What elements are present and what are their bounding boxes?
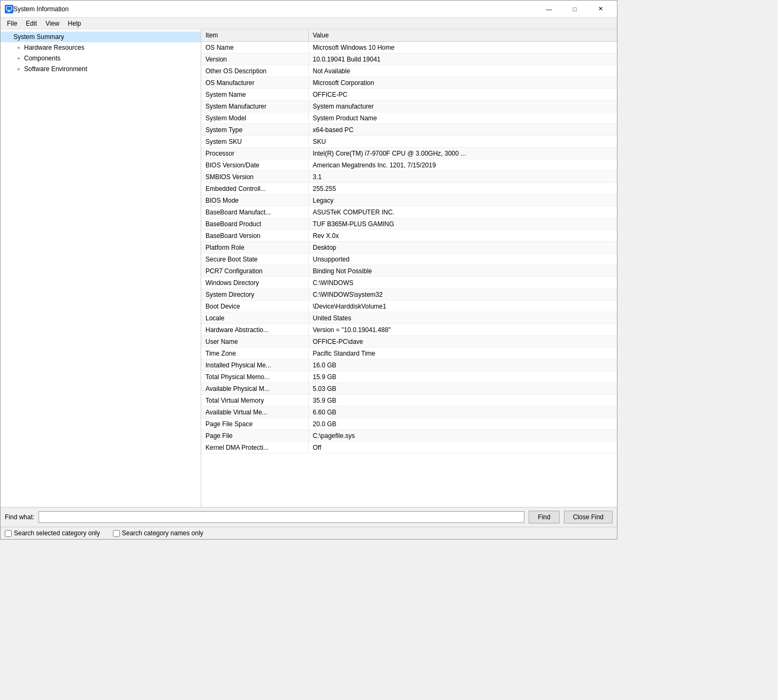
table-row[interactable]: Platform RoleDesktop — [201, 242, 617, 253]
table-row[interactable]: LocaleUnited States — [201, 312, 617, 324]
table-row[interactable]: System Typex64-based PC — [201, 124, 617, 136]
table-row[interactable]: System NameOFFICE-PC — [201, 89, 617, 101]
menu-help[interactable]: Help — [64, 19, 86, 28]
table-cell-value: Desktop — [308, 242, 617, 253]
table-row[interactable]: Page FileC:\pagefile.sys — [201, 430, 617, 442]
table-row[interactable]: User NameOFFICE-PC\dave — [201, 336, 617, 348]
main-content: System Summary + Hardware Resources + Co… — [1, 29, 617, 507]
maximize-button[interactable]: □ — [562, 2, 587, 17]
table-cell-value: Binding Not Possible — [308, 265, 617, 277]
table-cell-item: OS Name — [201, 42, 308, 53]
search-bar: Find what: Find Close Find — [1, 507, 617, 527]
table-row[interactable]: Windows DirectoryC:\WINDOWS — [201, 277, 617, 289]
table-row[interactable]: ProcessorIntel(R) Core(TM) i7-9700F CPU … — [201, 148, 617, 159]
search-names-checkbox[interactable] — [113, 530, 120, 537]
sidebar-label-components: Components — [24, 55, 60, 62]
close-button[interactable]: ✕ — [588, 2, 613, 17]
table-cell-item: Hardware Abstractio... — [201, 324, 308, 336]
table-row[interactable]: System SKUSKU — [201, 136, 617, 148]
window-title: System Information — [13, 5, 537, 13]
table-row[interactable]: OS NameMicrosoft Windows 10 Home — [201, 42, 617, 53]
table-cell-value: 35.9 GB — [308, 395, 617, 406]
table-row[interactable]: Secure Boot StateUnsupported — [201, 253, 617, 265]
table-cell-item: BaseBoard Manufact... — [201, 206, 308, 218]
table-row[interactable]: BIOS ModeLegacy — [201, 195, 617, 206]
table-cell-item: Secure Boot State — [201, 253, 308, 265]
table-row[interactable]: BaseBoard ProductTUF B365M-PLUS GAMING — [201, 218, 617, 230]
sidebar: System Summary + Hardware Resources + Co… — [1, 29, 201, 507]
menu-edit[interactable]: Edit — [21, 19, 41, 28]
table-cell-item: System SKU — [201, 136, 308, 148]
table-cell-value: Not Available — [308, 65, 617, 77]
table-cell-item: Boot Device — [201, 301, 308, 312]
table-cell-value: C:\WINDOWS — [308, 277, 617, 289]
table-cell-value: OFFICE-PC\dave — [308, 336, 617, 348]
menu-bar: File Edit View Help — [1, 18, 617, 29]
table-row[interactable]: Available Virtual Me...6.60 GB — [201, 406, 617, 418]
table-cell-item: Available Virtual Me... — [201, 406, 308, 418]
table-row[interactable]: Other OS DescriptionNot Available — [201, 65, 617, 77]
search-selected-checkbox[interactable] — [5, 530, 12, 537]
table-row[interactable]: Time ZonePacific Standard Time — [201, 348, 617, 359]
table-row[interactable]: SMBIOS Version3.1 — [201, 171, 617, 183]
table-cell-item: Processor — [201, 148, 308, 159]
table-cell-value: 3.1 — [308, 171, 617, 183]
minimize-button[interactable]: — — [537, 2, 561, 17]
table-cell-item: Total Physical Memo... — [201, 371, 308, 383]
data-table[interactable]: Item Value OS NameMicrosoft Windows 10 H… — [201, 29, 617, 507]
search-names-text: Search category names only — [122, 529, 203, 537]
table-row[interactable]: Boot Device\Device\HarddiskVolume1 — [201, 301, 617, 312]
table-cell-value: 16.0 GB — [308, 359, 617, 371]
table-row[interactable]: System ManufacturerSystem manufacturer — [201, 101, 617, 112]
table-row[interactable]: BIOS Version/DateAmerican Megatrends Inc… — [201, 159, 617, 171]
table-cell-item: System Directory — [201, 289, 308, 301]
sidebar-item-hardware-resources[interactable]: + Hardware Resources — [1, 42, 201, 53]
window-controls: — □ ✕ — [537, 2, 613, 17]
table-row[interactable]: Hardware Abstractio...Version = "10.0.19… — [201, 324, 617, 336]
sidebar-label-system-summary: System Summary — [13, 33, 64, 41]
sidebar-item-software-environment[interactable]: + Software Environment — [1, 64, 201, 74]
table-row[interactable]: System DirectoryC:\WINDOWS\system32 — [201, 289, 617, 301]
table-cell-item: Kernel DMA Protecti... — [201, 442, 308, 453]
table-cell-item: System Manufacturer — [201, 101, 308, 112]
svg-rect-1 — [8, 11, 10, 11]
find-button[interactable]: Find — [529, 511, 559, 524]
table-row[interactable]: Embedded Controll...255.255 — [201, 183, 617, 195]
table-cell-item: Locale — [201, 312, 308, 324]
table-row[interactable]: Total Virtual Memory35.9 GB — [201, 395, 617, 406]
sidebar-item-components[interactable]: + Components — [1, 53, 201, 64]
search-selected-label[interactable]: Search selected category only — [5, 529, 100, 537]
table-row[interactable]: BaseBoard VersionRev X.0x — [201, 230, 617, 242]
table-row[interactable]: Kernel DMA Protecti...Off — [201, 442, 617, 453]
table-row[interactable]: PCR7 ConfigurationBinding Not Possible — [201, 265, 617, 277]
table-row[interactable]: Page File Space20.0 GB — [201, 418, 617, 430]
expand-icon-hardware-resources: + — [16, 45, 22, 51]
table-row[interactable]: Installed Physical Me...16.0 GB — [201, 359, 617, 371]
table-row[interactable]: Total Physical Memo...15.9 GB — [201, 371, 617, 383]
table-row[interactable]: System ModelSystem Product Name — [201, 112, 617, 124]
table-cell-item: Version — [201, 53, 308, 65]
table-row[interactable]: Available Physical M...5.03 GB — [201, 383, 617, 395]
table-row[interactable]: BaseBoard Manufact...ASUSTeK COMPUTER IN… — [201, 206, 617, 218]
table-cell-value: American Megatrends Inc. 1201, 7/15/2019 — [308, 159, 617, 171]
table-cell-value: United States — [308, 312, 617, 324]
table-cell-item: System Model — [201, 112, 308, 124]
svg-rect-0 — [6, 6, 12, 10]
menu-view[interactable]: View — [41, 19, 64, 28]
table-cell-item: Page File — [201, 430, 308, 442]
table-cell-item: User Name — [201, 336, 308, 348]
table-cell-item: Installed Physical Me... — [201, 359, 308, 371]
menu-file[interactable]: File — [3, 19, 21, 28]
table-cell-value: System Product Name — [308, 112, 617, 124]
table-cell-value: \Device\HarddiskVolume1 — [308, 301, 617, 312]
table-cell-item: System Type — [201, 124, 308, 136]
sidebar-item-system-summary[interactable]: System Summary — [1, 32, 201, 42]
search-input[interactable] — [39, 511, 524, 523]
search-names-label[interactable]: Search category names only — [113, 529, 203, 537]
table-row[interactable]: Version10.0.19041 Build 19041 — [201, 53, 617, 65]
table-row[interactable]: OS ManufacturerMicrosoft Corporation — [201, 77, 617, 89]
main-window: System Information — □ ✕ File Edit View … — [0, 0, 617, 540]
table-cell-item: Total Virtual Memory — [201, 395, 308, 406]
close-find-button[interactable]: Close Find — [564, 511, 613, 524]
table-cell-value: 5.03 GB — [308, 383, 617, 395]
